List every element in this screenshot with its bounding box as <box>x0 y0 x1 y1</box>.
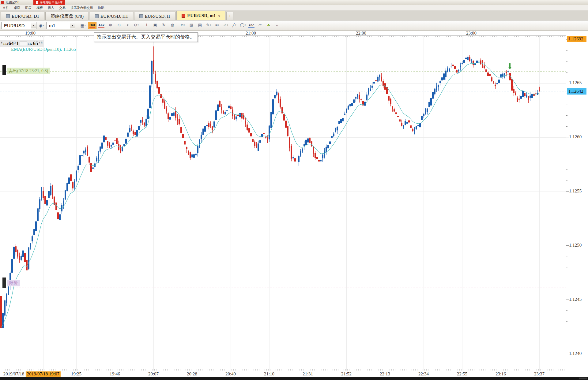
chart-tab-icon <box>6 14 10 18</box>
screenshot-icon[interactable]: ▣ <box>151 21 160 29</box>
chart-tab-label: EUR/USD, H1 <box>100 14 128 19</box>
time-label-highlighted: 2019/07/18 19:07 <box>26 371 61 377</box>
price-tick <box>566 321 567 322</box>
chevron-down-icon[interactable]: ▾ <box>235 24 236 26</box>
line-tool-icon: ╱ <box>232 23 235 27</box>
price-tick <box>566 148 567 148</box>
text-tool-icon[interactable]: ABC <box>247 22 256 29</box>
ask-toggle-button[interactable]: Ask <box>97 22 106 29</box>
crosshair-icon: ⌖ <box>126 23 129 28</box>
price-tick <box>566 159 567 159</box>
chevron-down-icon[interactable]: ▾ <box>138 24 139 26</box>
magnifier-icon: ⊙ <box>134 23 137 27</box>
chevron-down-icon[interactable]: ▾ <box>245 24 246 26</box>
chevron-down-icon[interactable]: ▾ <box>85 24 86 27</box>
time-label: 21:52 <box>341 371 352 377</box>
chevron-down-icon[interactable]: ▼ <box>31 22 36 28</box>
chart-plot[interactable]: S 1.12 64 2 1 1.12 65 4 B EMA(EUR/USD.Op… <box>0 35 566 371</box>
time-label: 19:25 <box>71 371 81 377</box>
strategy-icon[interactable]: ♣ <box>264 21 273 29</box>
image-icon[interactable]: ▨ <box>187 21 196 29</box>
price-tick <box>566 29 569 29</box>
pencil-lines-icon: ✎ <box>206 23 209 27</box>
top-time-label: 19:00 <box>25 31 36 36</box>
top-time-axis: 19:0021:0022:0023:00 <box>0 31 566 35</box>
bid-ask-quote-box: S 1.12 64 2 1 1.12 65 4 B <box>0 40 44 47</box>
menu-item[interactable]: 交易 <box>57 6 68 10</box>
ellipse-tool-icon: ◯ <box>240 23 244 27</box>
pencil-lines-icon[interactable]: ✎▾ <box>204 21 213 29</box>
price-axis[interactable]: 1.12651.12601.12551.12501.12451.12401.12… <box>566 35 588 371</box>
new-tab-button[interactable]: + <box>226 12 233 20</box>
eraser-icon[interactable]: ▱ <box>256 21 264 29</box>
price-tick <box>566 224 567 224</box>
chart-tab[interactable]: EUR/USD, H1 <box>90 12 133 20</box>
price-label: 1.1245 <box>569 297 582 302</box>
toolbar: EUR/USD ▼ ◉▾ m1 ▼ ▦▾ Bid Ask ⊕⊖⌖⊙▾Ⅰ▣↻◍⧄▾… <box>0 20 588 31</box>
chevron-down-icon[interactable]: ▾ <box>210 24 211 26</box>
globe-icon[interactable]: ◍ <box>168 21 177 29</box>
promo-badge[interactable]: 1海马财经 干货分享 <box>33 0 65 5</box>
price-tick <box>566 310 567 311</box>
period-select[interactable]: m1 ▼ <box>46 22 75 29</box>
price-tick <box>566 83 569 83</box>
price-tick <box>566 289 567 289</box>
chart-tab[interactable]: 策略仪表盘 (0/0) <box>45 12 89 20</box>
price-tick <box>566 256 567 256</box>
limit-marker-candle-icon <box>2 278 6 288</box>
symbol-select[interactable]: EUR/USD ▼ <box>1 22 36 29</box>
chart-tab[interactable]: EUR/USD, t1 <box>134 12 175 20</box>
line-tool-icon[interactable]: ╱▾ <box>230 21 239 29</box>
chevron-down-icon[interactable]: ▼ <box>70 22 75 28</box>
price-tick <box>566 115 567 116</box>
arrow-tool-icon[interactable]: ⇗▾ <box>221 21 230 29</box>
chevron-down-icon[interactable]: ▾ <box>184 24 185 26</box>
archive-icon[interactable]: ▤ <box>196 21 204 29</box>
ask-label: Ask <box>98 23 104 28</box>
menu-item[interactable]: 提示及自动交易 <box>68 6 96 10</box>
close-icon[interactable]: x <box>218 14 220 18</box>
zoom-in-icon[interactable]: ⊕ <box>106 21 115 29</box>
arrow-tool-icon: ⇗ <box>223 23 227 27</box>
chart-tab[interactable]: EUR/USD, m1x <box>176 11 225 20</box>
quote-sell-sup: 2 <box>14 40 16 44</box>
indicators-icon[interactable]: ◉▾ <box>37 22 46 29</box>
bid-toggle-button[interactable]: Bid <box>88 22 96 29</box>
menu-item[interactable]: 模板 <box>34 6 45 10</box>
menu-item[interactable]: 桌面 <box>11 6 23 10</box>
menu-item[interactable]: 图表 <box>23 6 34 10</box>
quote-buy-letter: B <box>41 40 43 44</box>
text-tool-icon: ABC <box>248 24 254 28</box>
magnifier-icon[interactable]: ⊙▾ <box>132 21 141 29</box>
sell-arrow-icon <box>508 63 512 69</box>
layers-icon[interactable]: ≡▾ <box>213 21 221 29</box>
sell-order-label[interactable]: 卖出(07/18 23:21, 0.8) <box>7 68 50 74</box>
menu-item[interactable]: 插入 <box>45 6 57 10</box>
limit-order-label[interactable]: 限价 <box>7 280 20 286</box>
chevron-down-icon[interactable]: ▾ <box>218 24 219 26</box>
chart-type-icon[interactable]: ▦▾ <box>79 22 87 29</box>
price-tick <box>566 72 567 73</box>
zoom-out-icon[interactable]: ⊖ <box>115 21 123 29</box>
chart-tab-label: EUR/USD, m1 <box>187 13 216 18</box>
ruler-icon[interactable]: ⧄▾ <box>179 21 187 29</box>
strategy-icon: ♣ <box>267 23 270 27</box>
bottom-edge-bar <box>0 377 588 380</box>
price-tick <box>566 343 567 343</box>
compress-icon[interactable]: Ⅰ <box>142 21 151 29</box>
share-icon[interactable]: ↻ <box>160 21 168 29</box>
menu-item[interactable]: 文件 <box>0 6 11 10</box>
chevron-down-icon[interactable]: ▾ <box>227 24 228 26</box>
quote-sell-small: 1.12 <box>3 40 8 45</box>
price-tick <box>566 202 567 202</box>
quote-buy-sup: 4 <box>39 40 40 44</box>
crosshair-icon[interactable]: ⌖ <box>123 21 132 29</box>
ruler-icon: ⧄ <box>181 23 183 28</box>
more-icon[interactable]: ⌄ <box>273 21 281 29</box>
price-tick <box>566 105 567 105</box>
menu-item[interactable]: 协助 <box>96 6 107 10</box>
chart-tab[interactable]: EUR/USD, D1 <box>1 12 44 20</box>
sell-marker-candle-icon <box>2 65 6 75</box>
quote-sell-letter: S <box>1 40 2 44</box>
ellipse-tool-icon[interactable]: ◯▾ <box>239 21 247 29</box>
